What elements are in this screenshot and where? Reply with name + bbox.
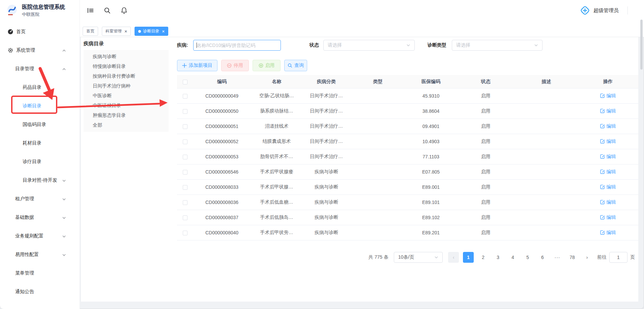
sidebar-item-usability-config[interactable]: 易用性配置 bbox=[0, 245, 80, 264]
page-ellipsis[interactable]: ··· bbox=[552, 252, 563, 263]
column-header: 编码 bbox=[193, 79, 251, 85]
disease-search-input[interactable] bbox=[193, 40, 281, 51]
chevron-down-icon bbox=[534, 43, 538, 47]
edit-icon bbox=[600, 184, 605, 190]
sidebar-item-label: 目录对照-待开发 bbox=[23, 177, 57, 183]
diagnosis-type-select[interactable]: 请选择 bbox=[452, 40, 543, 51]
cell-insurance-code: E89.102 bbox=[406, 215, 456, 220]
edit-button[interactable]: 编辑 bbox=[600, 123, 616, 129]
add-item-button[interactable]: 添加新项目 bbox=[177, 60, 217, 71]
vertical-scrollbar[interactable] bbox=[640, 20, 643, 70]
next-page-button[interactable]: › bbox=[582, 252, 592, 263]
row-checkbox-cell bbox=[177, 139, 193, 144]
edit-label: 编辑 bbox=[607, 154, 616, 160]
cell-category: 疾病与诊断 bbox=[303, 184, 350, 190]
edit-button[interactable]: 编辑 bbox=[600, 199, 616, 205]
row-checkbox[interactable] bbox=[183, 200, 187, 205]
catalog-item[interactable]: 日间手术治疗病种 bbox=[84, 81, 169, 91]
sidebar-item-label: 租户管理 bbox=[15, 196, 34, 202]
sidebar-item-notice-announcement[interactable]: 通知公告 bbox=[0, 282, 80, 301]
disable-button[interactable]: 停用 bbox=[221, 60, 249, 71]
tab-close-icon[interactable]: × bbox=[162, 29, 165, 34]
sidebar-item-consumable-catalog[interactable]: 耗材目录 bbox=[0, 134, 80, 152]
cell-code: CD0000008037 bbox=[193, 215, 251, 220]
sidebar-item-system-management[interactable]: 系统管理 bbox=[0, 41, 80, 59]
edit-button[interactable]: 编辑 bbox=[600, 138, 616, 145]
edit-button[interactable]: 编辑 bbox=[600, 154, 616, 160]
row-checkbox[interactable] bbox=[183, 155, 187, 159]
page-button-1[interactable]: 1 bbox=[463, 252, 474, 263]
row-checkbox[interactable] bbox=[183, 185, 187, 190]
page-number-list: 123456···78 bbox=[461, 252, 580, 263]
edit-button[interactable]: 编辑 bbox=[600, 214, 616, 221]
page-button-3[interactable]: 3 bbox=[493, 252, 503, 263]
page-button-4[interactable]: 4 bbox=[507, 252, 518, 263]
row-checkbox[interactable] bbox=[183, 109, 187, 114]
search-icon[interactable] bbox=[104, 7, 111, 14]
chevron-down-icon bbox=[62, 178, 66, 182]
sidebar-item-label: 系统管理 bbox=[16, 47, 35, 53]
catalog-item[interactable]: 按病种目录付费诊断 bbox=[84, 71, 169, 81]
tab-home[interactable]: 首页 bbox=[83, 27, 98, 36]
sidebar-item-business-rule-config[interactable]: 业务规则配置 bbox=[0, 227, 80, 245]
tab-close-icon[interactable]: × bbox=[124, 29, 127, 34]
page-size-select[interactable]: 10条/页 bbox=[394, 252, 443, 263]
table-row: CD0000000052结膜囊成形术日间手术治疗…10.4903启用编辑 bbox=[177, 134, 638, 149]
select-all-checkbox[interactable] bbox=[183, 80, 187, 84]
cell-status: 启用 bbox=[456, 154, 515, 160]
catalog-item[interactable]: 肿瘤形态学目录 bbox=[84, 110, 169, 120]
menu-fold-icon[interactable] bbox=[87, 7, 94, 14]
sidebar-item-treatment-catalog[interactable]: 诊疗目录 bbox=[0, 152, 80, 171]
tab-diagnosis-catalog[interactable]: 诊断目录× bbox=[135, 27, 168, 36]
sidebar-item-catalog-mapping-todev[interactable]: 目录对照-待开发 bbox=[0, 171, 80, 189]
toolbar: 添加新项目 停用 启用 查询 bbox=[177, 60, 638, 71]
row-checkbox[interactable] bbox=[183, 124, 187, 129]
page-button-5[interactable]: 5 bbox=[522, 252, 533, 263]
sidebar-item-national-code-catalog[interactable]: 国临码目录 bbox=[0, 115, 80, 134]
row-checkbox[interactable] bbox=[183, 215, 187, 220]
edit-label: 编辑 bbox=[607, 138, 616, 145]
prev-page-button[interactable]: ‹ bbox=[448, 252, 459, 263]
page-button-6[interactable]: 6 bbox=[537, 252, 548, 263]
cell-insurance-code: 09.4901 bbox=[406, 124, 456, 129]
edit-button[interactable]: 编辑 bbox=[600, 93, 616, 99]
page-button-78[interactable]: 78 bbox=[567, 252, 578, 263]
chevron-down-icon bbox=[62, 234, 66, 238]
catalog-item[interactable]: 特慢病诊断目录 bbox=[84, 61, 169, 71]
cell-insurance-code: E89.101 bbox=[406, 200, 456, 205]
row-checkbox[interactable] bbox=[183, 139, 187, 144]
query-button[interactable]: 查询 bbox=[284, 60, 307, 71]
cell-name: 手术后低血糖… bbox=[251, 199, 303, 205]
catalog-item[interactable]: 疾病与诊断 bbox=[84, 52, 169, 61]
sidebar-item-basic-data[interactable]: 基础数据 bbox=[0, 208, 80, 227]
cell-status: 启用 bbox=[456, 184, 515, 190]
goto-page-input[interactable] bbox=[609, 252, 627, 263]
tab-department-management[interactable]: 科室管理× bbox=[102, 27, 131, 36]
sidebar-item-home[interactable]: 首页 bbox=[0, 22, 80, 41]
table-row: CD0000008037手术后低胰岛…疾病与诊断E89.102启用编辑 bbox=[177, 210, 638, 225]
edit-button[interactable]: 编辑 bbox=[600, 169, 616, 175]
edit-label: 编辑 bbox=[607, 93, 616, 99]
edit-button[interactable]: 编辑 bbox=[600, 108, 616, 114]
status-select[interactable]: 请选择 bbox=[323, 40, 415, 51]
edit-button[interactable]: 编辑 bbox=[600, 230, 616, 236]
sidebar-item-catalog-management[interactable]: 目录管理 bbox=[0, 59, 80, 78]
catalog-item[interactable]: 全部 bbox=[84, 120, 169, 130]
edit-button[interactable]: 编辑 bbox=[600, 184, 616, 190]
catalog-item[interactable]: 中医诊断 bbox=[84, 91, 169, 101]
cell-category: 日间手术治疗… bbox=[303, 108, 350, 114]
sidebar-item-menu-management[interactable]: 菜单管理 bbox=[0, 264, 80, 282]
page-button-2[interactable]: 2 bbox=[478, 252, 489, 263]
catalog-item[interactable]: 中医证候目录 bbox=[84, 101, 169, 110]
enable-button[interactable]: 启用 bbox=[253, 60, 281, 71]
bell-icon[interactable] bbox=[120, 7, 128, 14]
row-checkbox[interactable] bbox=[183, 231, 187, 235]
app-logo-icon bbox=[6, 4, 18, 16]
sidebar-item-diagnosis-catalog[interactable]: 诊断目录 bbox=[0, 97, 80, 115]
sidebar-item-drug-catalog[interactable]: 药品目录 bbox=[0, 78, 80, 97]
user-area[interactable]: 超级管理员 bbox=[580, 5, 644, 16]
cell-name: 手术后低胰岛… bbox=[251, 214, 303, 221]
row-checkbox[interactable] bbox=[183, 94, 187, 99]
row-checkbox[interactable] bbox=[183, 170, 187, 175]
sidebar-item-tenant-management[interactable]: 租户管理 bbox=[0, 189, 80, 208]
